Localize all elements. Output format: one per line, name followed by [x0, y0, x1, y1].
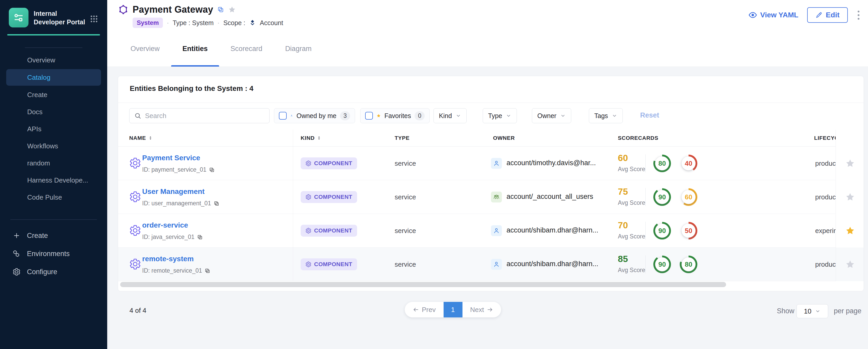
component-gear-icon	[129, 224, 142, 236]
owner-cell: account/shibam.dhar@harn...	[506, 226, 598, 234]
sidebar-item-random[interactable]: random	[0, 155, 107, 172]
show-label: Show	[777, 307, 795, 315]
entity-name-link[interactable]: User Management	[142, 187, 205, 196]
scope-value: Account	[260, 19, 283, 27]
star-icon[interactable]	[845, 226, 855, 235]
sidebar-item-apis[interactable]: APIs	[0, 120, 107, 137]
type-dropdown[interactable]: Type	[483, 108, 517, 123]
page-number-button[interactable]: 1	[443, 302, 463, 317]
entity-name-link[interactable]: remote-system	[142, 255, 194, 263]
sidebar-footer-environments[interactable]: Environments	[0, 245, 107, 263]
row-favorite-cell	[836, 147, 864, 180]
score-divider	[645, 222, 646, 240]
sidebar-item-workflows[interactable]: Workflows	[0, 137, 107, 155]
sort-icon[interactable]	[317, 136, 321, 140]
scorecard-ring[interactable]: 50	[680, 222, 698, 240]
copy-icon[interactable]	[214, 201, 219, 207]
owner-avatar-icon	[491, 158, 502, 169]
chevron-down-icon	[612, 113, 617, 119]
chevron-down-icon	[506, 113, 512, 119]
scorecard-ring[interactable]: 90	[653, 256, 671, 273]
next-page-button[interactable]: Next	[463, 306, 501, 314]
scorecard-ring[interactable]: 90	[653, 188, 671, 206]
pagination-summary: 4 of 4	[129, 307, 146, 315]
apps-grid-icon[interactable]	[90, 14, 98, 23]
account-scope-icon	[249, 19, 256, 26]
entity-name-link[interactable]: Payment Service	[142, 154, 200, 162]
page-size-value: 10	[804, 307, 811, 315]
scorecard-ring[interactable]: 80	[680, 256, 698, 273]
view-yaml-button[interactable]: View YAML	[748, 11, 798, 20]
footer-create-label: Create	[27, 232, 48, 240]
page-header: Payment Gateway System · Type : System ·…	[107, 0, 868, 31]
name-column-divider	[293, 130, 293, 281]
plus-icon	[12, 231, 21, 240]
favorites-filter[interactable]: Favorites 0	[360, 108, 430, 123]
kind-dropdown[interactable]: Kind	[433, 108, 467, 123]
copy-icon[interactable]	[197, 234, 203, 240]
dot-separator: ·	[166, 19, 169, 27]
page-size-select[interactable]: 10	[797, 304, 828, 318]
tab-scorecard[interactable]: Scorecard	[219, 31, 274, 67]
type-cell: service	[395, 227, 416, 235]
owner-dropdown[interactable]: Owner	[532, 108, 571, 123]
footer-configure-label: Configure	[27, 268, 57, 276]
avg-score-value: 60	[618, 153, 628, 163]
reset-filters-button[interactable]: Reset	[640, 111, 659, 119]
sidebar-item-create[interactable]: Create	[0, 86, 107, 103]
copy-icon[interactable]	[217, 6, 224, 13]
prev-page-button[interactable]: Prev	[405, 306, 443, 314]
owned-by-me-count: 3	[340, 111, 350, 120]
favorites-checkbox[interactable]	[365, 112, 373, 120]
gear-icon	[305, 160, 312, 166]
sidebar-footer-create[interactable]: Create	[0, 226, 107, 245]
row-favorite-cell	[836, 180, 864, 214]
sidebar-item-docs[interactable]: Docs	[0, 103, 107, 120]
copy-icon[interactable]	[209, 167, 215, 173]
component-gear-icon	[129, 191, 142, 203]
favorite-star-icon[interactable]	[228, 6, 236, 13]
avg-score-value: 85	[618, 254, 628, 264]
owned-by-me-checkbox[interactable]	[279, 112, 287, 120]
scorecard-ring[interactable]: 90	[653, 222, 671, 240]
more-options-menu[interactable]	[857, 9, 860, 21]
gear-icon	[305, 194, 312, 200]
kind-badge-component: COMPONENT	[301, 191, 357, 203]
tags-dropdown[interactable]: Tags	[589, 108, 623, 123]
sidebar-footer-configure[interactable]: Configure	[0, 263, 107, 281]
col-scorecards: SCORECARDS	[618, 135, 658, 141]
scope-label: Scope :	[223, 19, 245, 27]
sort-icon[interactable]	[148, 136, 153, 140]
col-name: NAME	[129, 135, 146, 141]
search-input[interactable]	[145, 112, 265, 120]
copy-icon[interactable]	[205, 268, 210, 274]
person-icon	[493, 227, 500, 234]
entity-name-link[interactable]: order-service	[142, 221, 188, 229]
horizontal-scrollbar[interactable]	[120, 282, 726, 287]
scorecard-ring[interactable]: 40	[680, 155, 698, 172]
sidebar-nav: Overview Catalog Create Docs APIs Workfl…	[0, 52, 107, 206]
sidebar-item-harness-developer[interactable]: Harness Develope...	[0, 172, 107, 189]
tab-overview[interactable]: Overview	[119, 31, 171, 67]
sidebar-item-overview[interactable]: Overview	[0, 52, 107, 69]
col-kind: KIND	[301, 135, 315, 141]
footer-divider	[10, 219, 97, 220]
scorecard-ring[interactable]: 80	[653, 155, 671, 172]
star-icon[interactable]	[845, 259, 855, 269]
entity-id: ID: remote_service_01	[142, 267, 210, 274]
tab-diagram[interactable]: Diagram	[274, 31, 323, 67]
scorecard-ring[interactable]: 60	[680, 188, 698, 206]
sidebar-item-code-pulse[interactable]: Code Pulse	[0, 189, 107, 206]
hexagons-icon	[12, 250, 21, 258]
sidebar-item-catalog[interactable]: Catalog	[6, 69, 101, 86]
edit-button[interactable]: Edit	[807, 7, 848, 23]
type-label: Type : System	[173, 19, 214, 27]
tab-entities[interactable]: Entities	[171, 31, 219, 67]
harness-logo[interactable]	[9, 8, 29, 27]
star-icon[interactable]	[845, 192, 855, 202]
star-icon[interactable]	[845, 158, 855, 168]
table-row: User Management ID: user_management_01 C…	[118, 180, 864, 214]
chevron-down-icon	[456, 113, 461, 119]
owned-by-me-filter[interactable]: Owned by me 3	[274, 108, 355, 123]
owner-avatar-icon	[491, 225, 502, 236]
